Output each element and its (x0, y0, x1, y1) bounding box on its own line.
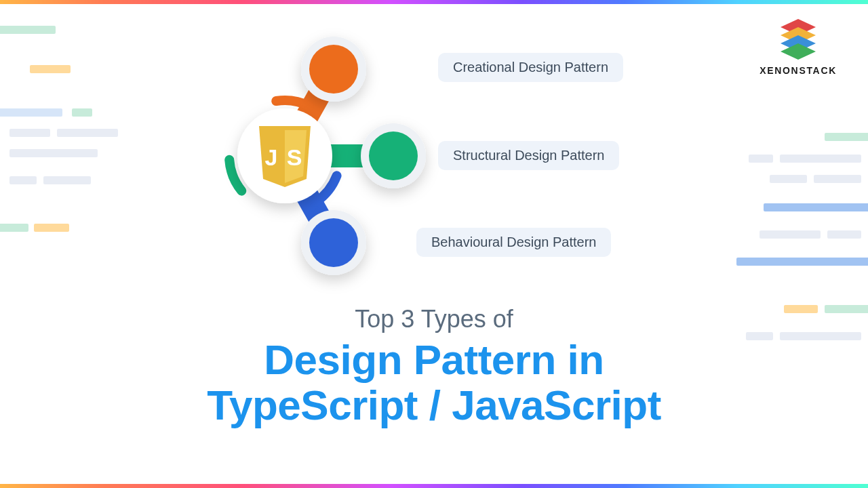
deco-bar (9, 129, 50, 137)
deco-bar (736, 258, 868, 266)
headline-line1: Design Pattern in (264, 336, 604, 383)
headline-eyebrow: Top 3 Types of (0, 305, 868, 333)
xenonstack-icon (776, 19, 821, 61)
deco-bar (0, 26, 56, 34)
deco-bar (827, 230, 861, 239)
pattern-label-behavioural: Behavioural Design Pattern (416, 228, 611, 257)
brand-name: XENONSTACK (760, 65, 837, 76)
deco-bar (0, 224, 28, 232)
deco-bar (9, 149, 98, 157)
deco-bar (57, 129, 118, 137)
deco-bar (760, 230, 821, 239)
svg-point-13 (369, 131, 418, 180)
deco-bar (780, 155, 861, 163)
deco-bar (814, 175, 861, 183)
headline-title: Design Pattern in TypeScript / JavaScrip… (0, 338, 868, 428)
svg-text:S: S (287, 144, 302, 170)
deco-bar (30, 65, 71, 73)
svg-point-15 (309, 218, 358, 267)
svg-point-11 (309, 45, 358, 94)
deco-bar (72, 108, 92, 117)
deco-bar (770, 175, 807, 183)
headline: Top 3 Types of Design Pattern in TypeScr… (0, 305, 868, 428)
deco-bar (749, 155, 773, 163)
deco-bar (34, 224, 69, 232)
headline-line2: TypeScript / JavaScript (207, 382, 661, 428)
brand-logo: XENONSTACK (760, 19, 837, 76)
pattern-hub-diagram: J S (224, 27, 441, 285)
pattern-label-creational: Creational Design Pattern (438, 53, 623, 82)
deco-bar (764, 203, 868, 211)
deco-bar (825, 133, 868, 141)
pattern-label-structural: Structural Design Pattern (438, 141, 619, 170)
gradient-bar-bottom (0, 484, 868, 488)
deco-bar (43, 176, 91, 184)
javascript-shield-icon: J S (259, 126, 311, 187)
deco-bar (0, 108, 62, 117)
gradient-bar-top (0, 0, 868, 4)
svg-text:J: J (265, 144, 278, 170)
deco-bar (9, 176, 37, 184)
